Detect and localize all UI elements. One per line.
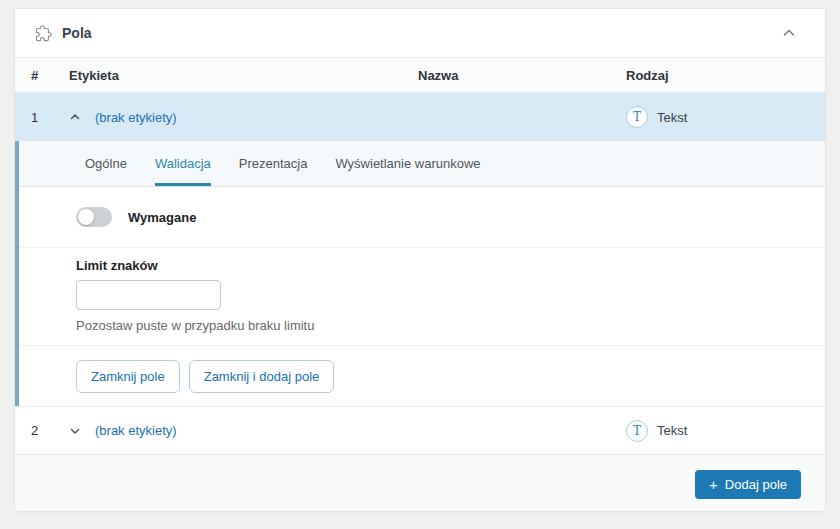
- row-number: 2: [31, 423, 69, 438]
- text-type-icon: T: [626, 420, 648, 442]
- column-header-number: #: [31, 68, 69, 83]
- char-limit-input[interactable]: [76, 280, 221, 310]
- add-field-button[interactable]: + Dodaj pole: [695, 470, 801, 499]
- row-type-cell: T Tekst: [626, 106, 809, 128]
- chevron-up-icon: [781, 25, 797, 41]
- tab-ogolne[interactable]: Ogólne: [85, 141, 127, 186]
- field-row-1[interactable]: 1 (brak etykiety) T Tekst: [15, 93, 825, 141]
- required-toggle-label: Wymagane: [128, 210, 196, 225]
- fields-table-header: # Etykieta Nazwa Rodzaj: [15, 57, 825, 93]
- row-type-cell: T Tekst: [626, 420, 809, 442]
- column-header-name: Nazwa: [418, 68, 626, 83]
- editor-tabs: Ogólne Walidacja Prezentacja Wyświetlani…: [19, 141, 825, 187]
- editor-actions-row: Zamknij pole Zamknij i dodaj pole: [19, 346, 825, 406]
- row-number: 1: [31, 110, 69, 125]
- char-limit-help-text: Pozostaw puste w przypadku braku limitu: [76, 318, 825, 333]
- row-type-label: Tekst: [657, 423, 687, 438]
- tab-wyswietlanie-warunkowe[interactable]: Wyświetlanie warunkowe: [335, 141, 480, 186]
- field-row-2[interactable]: 2 (brak etykiety) T Tekst: [15, 406, 825, 454]
- column-header-type: Rodzaj: [626, 68, 809, 83]
- row-type-label: Tekst: [657, 110, 687, 125]
- panel-collapse-button[interactable]: [777, 21, 801, 45]
- chevron-up-icon: [69, 111, 81, 123]
- field-label-link[interactable]: (brak etykiety): [95, 110, 177, 125]
- required-setting-row: Wymagane: [19, 187, 825, 248]
- field-label-link[interactable]: (brak etykiety): [95, 423, 177, 438]
- text-type-icon: T: [626, 106, 648, 128]
- row-label-cell: (brak etykiety): [69, 110, 418, 125]
- column-header-label: Etykieta: [69, 68, 418, 83]
- panel-header: Pola: [15, 9, 825, 57]
- add-field-button-label: Dodaj pole: [725, 477, 787, 492]
- plus-icon: +: [709, 478, 718, 491]
- close-and-add-field-button[interactable]: Zamknij i dodaj pole: [189, 360, 335, 393]
- char-limit-setting-row: Limit znaków Pozostaw puste w przypadku …: [19, 248, 825, 346]
- row-collapse-button[interactable]: [69, 111, 81, 123]
- panel-footer: + Dodaj pole: [15, 454, 825, 512]
- tab-prezentacja[interactable]: Prezentacja: [239, 141, 308, 186]
- chevron-down-icon: [69, 425, 81, 437]
- panel-title: Pola: [62, 25, 92, 41]
- row-label-cell: (brak etykiety): [69, 423, 418, 438]
- row-expand-button[interactable]: [69, 425, 81, 437]
- toggle-knob: [78, 209, 94, 225]
- puzzle-icon: [35, 25, 52, 42]
- field-editor: Ogólne Walidacja Prezentacja Wyświetlani…: [15, 141, 825, 406]
- char-limit-label: Limit znaków: [76, 258, 825, 273]
- required-toggle[interactable]: [76, 207, 112, 227]
- tab-walidacja[interactable]: Walidacja: [155, 141, 211, 186]
- fields-panel: Pola # Etykieta Nazwa Rodzaj 1: [14, 8, 826, 512]
- close-field-button[interactable]: Zamknij pole: [76, 360, 180, 393]
